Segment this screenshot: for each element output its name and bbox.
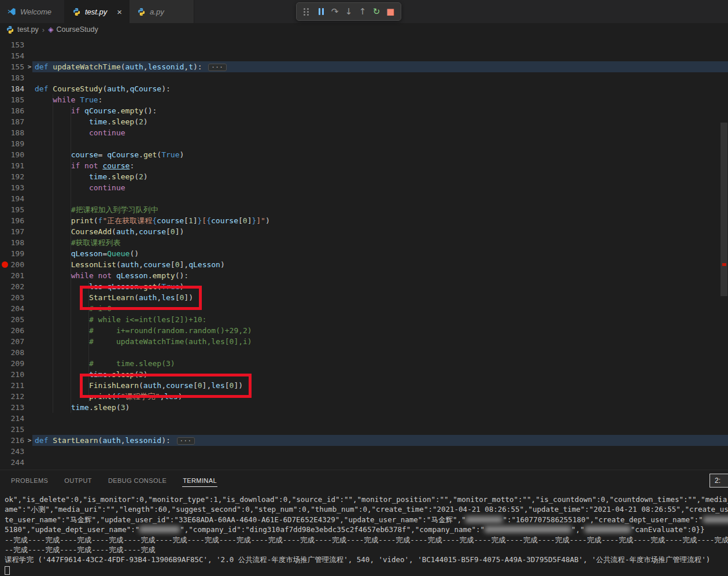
step-into-icon[interactable]: ↓ [342, 5, 356, 19]
terminal-output[interactable]: ok","is_delete":0,"is_monitor":0,"monito… [0, 491, 728, 576]
gutter-breakpoint-area[interactable] [0, 171, 9, 182]
gutter-breakpoint-area[interactable] [0, 94, 9, 105]
code-line-184[interactable]: 184def CourseStudy(auth,qCourse): [0, 83, 728, 94]
gutter-breakpoint-area[interactable] [0, 149, 9, 160]
code-line-213[interactable]: 213 time.sleep(3) [0, 402, 728, 413]
tab-Welcome[interactable]: Welcome [0, 0, 65, 23]
step-over-icon[interactable]: ↷ [328, 5, 342, 19]
step-out-icon[interactable]: ↑ [356, 5, 369, 19]
code-line-188[interactable]: 188 continue [0, 127, 728, 138]
gutter-breakpoint-area[interactable] [0, 281, 9, 292]
gutter-breakpoint-area[interactable] [0, 204, 9, 215]
gutter-breakpoint-area[interactable] [0, 237, 9, 248]
code-line-193[interactable]: 193 continue [0, 182, 728, 193]
gutter-breakpoint-area[interactable] [0, 336, 9, 347]
fold-chevron-icon[interactable]: > [24, 61, 35, 72]
panel-tab-terminal[interactable]: TERMINAL [182, 475, 217, 487]
gutter-breakpoint-area[interactable] [0, 347, 9, 358]
gutter-breakpoint-area[interactable] [0, 303, 9, 314]
tab-a.py[interactable]: a.py [130, 0, 194, 23]
fold-chevron-icon[interactable]: > [24, 435, 35, 446]
code-line-206[interactable]: 206 # i+=round(random.random()+29,2) [0, 325, 728, 336]
code-line-154[interactable]: 154 [0, 50, 728, 61]
code-line-243[interactable]: 243 [0, 446, 728, 457]
breadcrumb-file[interactable]: test.py [17, 25, 39, 34]
gutter-breakpoint-area[interactable] [0, 358, 9, 369]
code-line-212[interactable]: 212 print(f"课程学完",les) [0, 391, 728, 402]
gutter-breakpoint-area[interactable] [0, 127, 9, 138]
panel-tab-debug-console[interactable]: DEBUG CONSOLE [108, 475, 167, 486]
gutter-breakpoint-area[interactable] [0, 325, 9, 336]
code-line-186[interactable]: 186 if qCourse.empty(): [0, 105, 728, 116]
code-line-185[interactable]: 185 while True: [0, 94, 728, 105]
code-line-199[interactable]: 199 qLesson=Queue() [0, 248, 728, 259]
gutter-breakpoint-area[interactable] [0, 391, 9, 402]
gutter-breakpoint-area[interactable] [0, 292, 9, 303]
code-line-202[interactable]: 202 les=qLesson.get(True) [0, 281, 728, 292]
gutter-breakpoint-area[interactable] [0, 413, 9, 424]
gutter-breakpoint-area[interactable] [0, 39, 9, 50]
code-editor[interactable]: 153154155>def updateWatchTime(auth,lesso… [0, 36, 728, 470]
gutter-breakpoint-area[interactable] [0, 259, 9, 270]
panel-tab-output[interactable]: OUTPUT [64, 475, 93, 486]
terminal-picker-dropdown[interactable]: 2: [709, 474, 728, 488]
code-line-153[interactable]: 153 [0, 39, 728, 50]
stop-icon[interactable]: ■ [383, 5, 397, 19]
code-line-205[interactable]: 205 # while i<=int(les[2])+10: [0, 314, 728, 325]
code-line-204[interactable]: 204 # i=0 [0, 303, 728, 314]
code-line-197[interactable]: 197 CourseAdd(auth,course[0]) [0, 226, 728, 237]
restart-icon[interactable]: ↻ [369, 5, 383, 19]
code-line-190[interactable]: 190 course= qCourse.get(True) [0, 149, 728, 160]
code-line-210[interactable]: 210 time.sleep(3) [0, 369, 728, 380]
editor-scrollbar[interactable] [720, 36, 728, 470]
code-line-195[interactable]: 195 #把课程加入到学习队列中 [0, 204, 728, 215]
gutter-breakpoint-area[interactable] [0, 248, 9, 259]
gutter-breakpoint-area[interactable] [0, 457, 9, 468]
code-line-244[interactable]: 244 [0, 457, 728, 468]
code-line-207[interactable]: 207 # updateWatchTime(auth,les[0],i) [0, 336, 728, 347]
code-line-214[interactable]: 214 [0, 413, 728, 424]
code-line-189[interactable]: 189 [0, 138, 728, 149]
panel-tab-problems[interactable]: PROBLEMS [10, 475, 49, 486]
code-line-155[interactable]: 155>def updateWatchTime(auth,lessonid,t)… [0, 61, 728, 72]
code-line-196[interactable]: 196 print(f"正在获取课程{course[1]}[{course[0]… [0, 215, 728, 226]
code-line-194[interactable]: 194 [0, 193, 728, 204]
pause-icon[interactable] [314, 5, 328, 19]
code-line-208[interactable]: 208 [0, 347, 728, 358]
gutter-breakpoint-area[interactable] [0, 116, 9, 127]
code-line-211[interactable]: 211 FinishLearn(auth,course[0],les[0]) [0, 380, 728, 391]
code-line-201[interactable]: 201 while not qLesson.empty(): [0, 270, 728, 281]
code-line-191[interactable]: 191 if not course: [0, 160, 728, 171]
gutter-breakpoint-area[interactable] [0, 424, 9, 435]
gutter-breakpoint-area[interactable] [0, 369, 9, 380]
gutter-breakpoint-area[interactable] [0, 105, 9, 116]
gutter-breakpoint-area[interactable] [0, 435, 9, 446]
gutter-breakpoint-area[interactable] [0, 61, 9, 72]
gutter-breakpoint-area[interactable] [0, 160, 9, 171]
code-line-200[interactable]: 200 LessonList(auth,course[0],qLesson) [0, 259, 728, 270]
code-line-209[interactable]: 209 # time.sleep(3) [0, 358, 728, 369]
gutter-breakpoint-area[interactable] [0, 270, 9, 281]
grip-icon[interactable] [300, 5, 314, 19]
gutter-breakpoint-area[interactable] [0, 138, 9, 149]
gutter-breakpoint-area[interactable] [0, 215, 9, 226]
gutter-breakpoint-area[interactable] [0, 83, 9, 94]
gutter-breakpoint-area[interactable] [0, 193, 9, 204]
scrollbar-thumb[interactable] [720, 123, 727, 296]
code-line-183[interactable]: 183 [0, 72, 728, 83]
close-icon[interactable]: × [117, 8, 122, 16]
gutter-breakpoint-area[interactable] [0, 182, 9, 193]
gutter-breakpoint-area[interactable] [0, 402, 9, 413]
code-line-198[interactable]: 198 #获取课程列表 [0, 237, 728, 248]
code-line-187[interactable]: 187 time.sleep(2) [0, 116, 728, 127]
gutter-breakpoint-area[interactable] [0, 446, 9, 457]
gutter-breakpoint-area[interactable] [0, 380, 9, 391]
code-line-216[interactable]: 216>def StartLearn(auth,lessonid): ··· [0, 435, 728, 446]
code-line-215[interactable]: 215 [0, 424, 728, 435]
breakpoint-icon[interactable] [2, 261, 8, 268]
gutter-breakpoint-area[interactable] [0, 50, 9, 61]
code-line-203[interactable]: 203 StartLearn(auth,les[0]) [0, 292, 728, 303]
breadcrumb-symbol[interactable]: CourseStudy [56, 25, 98, 34]
code-line-192[interactable]: 192 time.sleep(2) [0, 171, 728, 182]
gutter-breakpoint-area[interactable] [0, 314, 9, 325]
